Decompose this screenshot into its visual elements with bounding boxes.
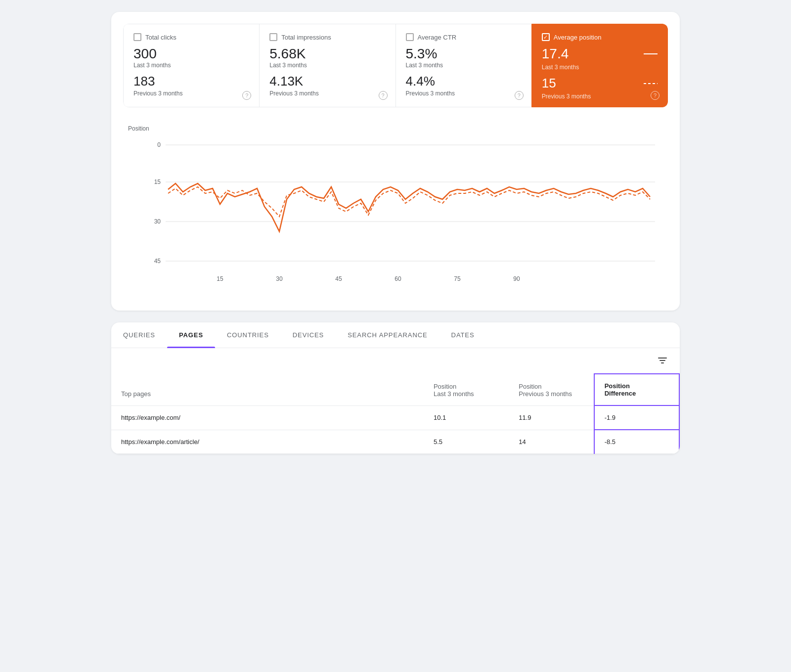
col-header-position-prev: PositionPrevious 3 months bbox=[509, 374, 594, 405]
metric-prev-value-impressions: 4.13K bbox=[269, 74, 385, 89]
metric-checkbox-position[interactable]: ✓ bbox=[542, 33, 550, 41]
help-icon-ctr[interactable]: ? bbox=[515, 91, 524, 100]
checkmark-position: ✓ bbox=[543, 35, 548, 40]
table-row: https://example.com/ 10.1 11.9 -1.9 bbox=[111, 405, 679, 430]
svg-text:45: 45 bbox=[335, 275, 342, 282]
table-row: https://example.com/article/ 5.5 14 -8.5 bbox=[111, 430, 679, 454]
filter-icon[interactable] bbox=[657, 355, 668, 368]
svg-text:15: 15 bbox=[154, 179, 161, 185]
metric-title-position: Average position bbox=[554, 34, 602, 41]
tab-devices[interactable]: DEVICES bbox=[281, 322, 336, 348]
row-pos-diff-1: -1.9 bbox=[594, 405, 679, 430]
metric-line-dashed-position bbox=[644, 83, 658, 84]
col-header-position-diff: PositionDifference bbox=[594, 374, 679, 405]
chart-area: Position 0 15 30 45 15 30 45 bbox=[123, 121, 668, 299]
row-pos-prev-2: 14 bbox=[509, 430, 594, 454]
metric-value-position: 17.4 bbox=[542, 46, 569, 62]
tab-pages-underline bbox=[167, 347, 215, 348]
metric-checkbox-impressions[interactable] bbox=[269, 33, 277, 41]
metric-average-ctr[interactable]: Average CTR 5.3% Last 3 months 4.4% Prev… bbox=[396, 24, 531, 107]
metric-sublabel-ctr: Last 3 months bbox=[406, 62, 522, 69]
metric-value-clicks: 300 bbox=[133, 46, 249, 62]
metric-value-ctr: 5.3% bbox=[406, 46, 522, 62]
metric-prev-label-clicks: Previous 3 months bbox=[133, 90, 249, 97]
row-pos-last-1: 10.1 bbox=[424, 405, 509, 430]
help-icon-position[interactable]: ? bbox=[651, 91, 659, 100]
metric-prev-label-impressions: Previous 3 months bbox=[269, 90, 385, 97]
tabs-card: QUERIES PAGES COUNTRIES DEVICES SEARCH A… bbox=[111, 322, 680, 454]
row-pos-last-2: 5.5 bbox=[424, 430, 509, 454]
metric-total-impressions[interactable]: Total impressions 5.68K Last 3 months 4.… bbox=[259, 24, 395, 107]
metric-total-clicks[interactable]: Total clicks 300 Last 3 months 183 Previ… bbox=[123, 24, 259, 107]
col-header-pages: Top pages bbox=[111, 374, 424, 405]
tab-countries[interactable]: COUNTRIES bbox=[215, 322, 281, 348]
row-pos-diff-2: -8.5 bbox=[594, 430, 679, 454]
svg-text:30: 30 bbox=[154, 218, 161, 225]
metrics-row: Total clicks 300 Last 3 months 183 Previ… bbox=[123, 24, 668, 107]
metric-prev-value-clicks: 183 bbox=[133, 74, 249, 89]
svg-rect-14 bbox=[658, 358, 667, 358]
metric-checkbox-clicks[interactable] bbox=[133, 33, 141, 41]
tabs-row: QUERIES PAGES COUNTRIES DEVICES SEARCH A… bbox=[111, 322, 680, 348]
tab-dates[interactable]: DATES bbox=[439, 322, 486, 348]
svg-text:90: 90 bbox=[513, 275, 520, 282]
tab-queries[interactable]: QUERIES bbox=[111, 322, 167, 348]
metric-sublabel-position: Last 3 months bbox=[542, 64, 658, 71]
data-table: Top pages PositionLast 3 months Position… bbox=[111, 373, 680, 454]
metric-value-impressions: 5.68K bbox=[269, 46, 385, 62]
svg-text:15: 15 bbox=[217, 275, 223, 282]
chart-svg-container: 0 15 30 45 15 30 45 60 75 90 bbox=[128, 135, 668, 295]
tab-search-appearance[interactable]: SEARCH APPEARANCE bbox=[336, 322, 439, 348]
metric-prev-value-position: 15 bbox=[542, 76, 556, 91]
help-icon-clicks[interactable]: ? bbox=[242, 91, 251, 100]
help-icon-impressions[interactable]: ? bbox=[379, 91, 388, 100]
metric-title-clicks: Total clicks bbox=[145, 34, 176, 41]
svg-rect-15 bbox=[659, 360, 665, 361]
table-toolbar bbox=[111, 348, 680, 373]
col-header-position-last: PositionLast 3 months bbox=[424, 374, 509, 405]
svg-text:30: 30 bbox=[276, 275, 283, 282]
metric-title-ctr: Average CTR bbox=[418, 34, 457, 41]
metric-prev-label-position: Previous 3 months bbox=[542, 93, 658, 100]
chart-y-label: Position bbox=[128, 125, 668, 132]
svg-text:0: 0 bbox=[157, 141, 161, 148]
svg-text:60: 60 bbox=[395, 275, 401, 282]
row-url-1[interactable]: https://example.com/ bbox=[111, 405, 424, 430]
chart-svg: 0 15 30 45 15 30 45 60 75 90 bbox=[128, 135, 668, 293]
svg-text:75: 75 bbox=[454, 275, 461, 282]
metric-prev-label-ctr: Previous 3 months bbox=[406, 90, 522, 97]
metric-checkbox-ctr[interactable] bbox=[406, 33, 414, 41]
metric-sublabel-impressions: Last 3 months bbox=[269, 62, 385, 69]
svg-rect-16 bbox=[661, 362, 664, 363]
svg-text:45: 45 bbox=[154, 258, 161, 265]
metric-line-solid-position bbox=[644, 53, 658, 54]
metric-title-impressions: Total impressions bbox=[281, 34, 331, 41]
metric-prev-value-ctr: 4.4% bbox=[406, 74, 522, 89]
metric-sublabel-clicks: Last 3 months bbox=[133, 62, 249, 69]
metric-average-position[interactable]: ✓ Average position 17.4 Last 3 months 15… bbox=[531, 24, 668, 107]
row-url-2[interactable]: https://example.com/article/ bbox=[111, 430, 424, 454]
row-pos-prev-1: 11.9 bbox=[509, 405, 594, 430]
tab-pages[interactable]: PAGES bbox=[167, 322, 215, 348]
